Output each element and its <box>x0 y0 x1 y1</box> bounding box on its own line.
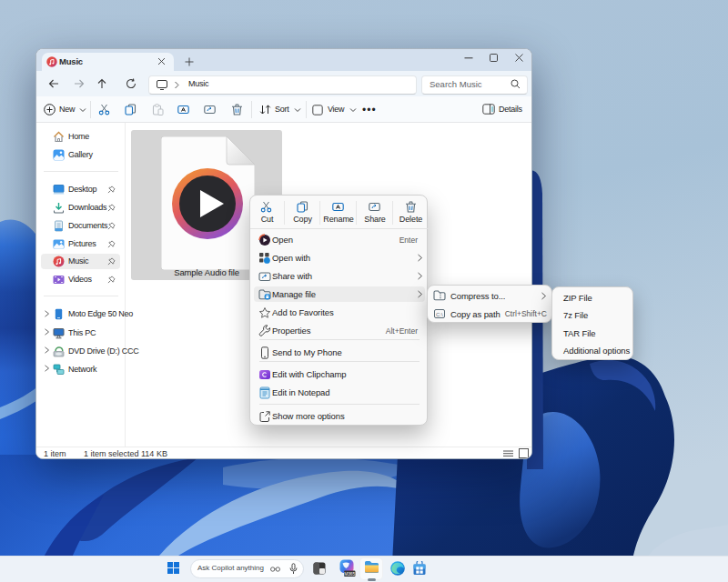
svg-text:M365: M365 <box>344 572 355 577</box>
